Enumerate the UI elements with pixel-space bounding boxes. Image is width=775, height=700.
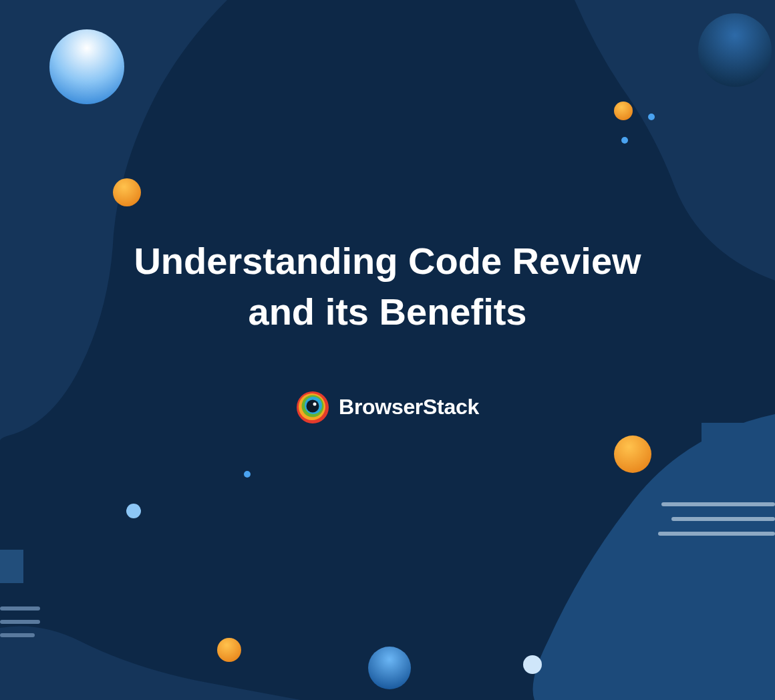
svg-point-16 bbox=[307, 399, 319, 412]
page-title: Understanding Code Review and its Benefi… bbox=[127, 236, 648, 337]
content-wrap: Understanding Code Review and its Benefi… bbox=[0, 0, 775, 700]
brand-name: BrowserStack bbox=[339, 395, 479, 419]
svg-point-17 bbox=[313, 402, 317, 405]
brand-lockup: BrowserStack bbox=[296, 391, 479, 424]
browserstack-logo-icon bbox=[296, 391, 329, 424]
